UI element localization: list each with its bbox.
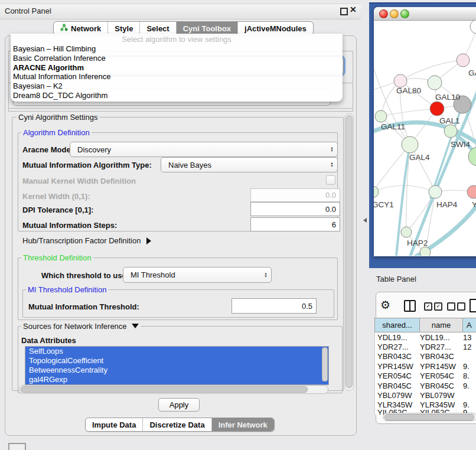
close-traffic-light-icon[interactable] xyxy=(379,9,388,18)
column-header-partial[interactable]: A xyxy=(463,318,476,332)
apply-button[interactable]: Apply xyxy=(158,398,200,412)
mi-steps-label: Mutual Information Steps: xyxy=(22,221,117,230)
node-label: GAL xyxy=(468,69,476,77)
attribute-item-selected[interactable]: SelfLoops xyxy=(25,347,328,356)
column-header-name[interactable]: name xyxy=(420,318,463,332)
algorithm-option[interactable]: Mutual Information Inference xyxy=(12,72,337,81)
tab-network-label: Network xyxy=(71,24,101,33)
mi-steps-input[interactable]: 6 xyxy=(250,217,340,231)
splitter-collapse-icon[interactable] xyxy=(363,218,367,223)
node-label: GAL4 xyxy=(409,153,430,162)
aracne-mode-label: Aracne Mode: xyxy=(22,145,73,154)
hub-definition-expander[interactable]: Hub/Transcription Factor Definition xyxy=(22,236,151,245)
table-row[interactable]: YER054C YER054C 8. xyxy=(375,371,476,381)
network-canvas[interactable]: GAL GAL80 GAL10 GAL1 GAL11 SWI4 GAL4 GCY… xyxy=(374,21,476,256)
screen: Control Panel ✕ Network Style Select Cyn… xyxy=(0,0,476,450)
cyni-settings-group-title: Cyni Algorithm Settings xyxy=(17,113,99,122)
table-horizontal-scrollbar[interactable] xyxy=(383,413,476,421)
table-row[interactable]: YLR345W YLR345W 9. xyxy=(375,400,476,410)
data-attributes-label: Data Attributes xyxy=(21,336,76,345)
close-icon[interactable]: ✕ xyxy=(350,5,357,14)
tab-impute-data[interactable]: Impute Data xyxy=(86,418,142,431)
kernel-width-input[interactable]: 0.0 xyxy=(250,188,340,202)
desktop-background: GAL GAL80 GAL10 GAL1 GAL11 SWI4 GAL4 GCY… xyxy=(369,2,476,268)
tab-infer-network[interactable]: Infer Network xyxy=(211,418,274,431)
attribute-item-selected[interactable]: BetweennessCentrality xyxy=(25,366,328,375)
attribute-item-selected[interactable]: gal4RGexp xyxy=(25,375,328,384)
minimized-panel-icon[interactable] xyxy=(8,443,26,450)
algorithm-option-selected[interactable]: ARACNE Algorithm xyxy=(12,63,337,73)
node-label: GAL11 xyxy=(381,122,405,131)
attribute-item-selected[interactable]: TopologicalCoefficient xyxy=(25,356,328,366)
tab-cyni-toolbox[interactable]: Cyni Toolbox xyxy=(176,22,237,35)
threshold-group-title: Threshold Definition xyxy=(21,253,93,262)
node-label: Y xyxy=(472,200,476,209)
table-row[interactable]: YDR27... YDR27... 12 xyxy=(375,342,476,351)
manual-kernel-label: Manual Kernel Width Definition xyxy=(22,177,136,185)
tab-network[interactable]: Network xyxy=(54,22,107,35)
table-row[interactable]: YBL079W YBL079W xyxy=(375,390,476,400)
document-icon[interactable] xyxy=(470,299,476,312)
combo-stepper-icon: ▲▼ xyxy=(260,272,271,278)
mi-type-label: Mutual Information Algorithm Type: xyxy=(22,161,152,169)
node-label: HAP4 xyxy=(436,200,458,209)
mi-threshold-input[interactable]: 0.5 xyxy=(232,298,317,314)
manual-kernel-checkbox[interactable] xyxy=(326,175,335,185)
node-label: SWI4 xyxy=(451,140,470,149)
checked-pair-icon[interactable]: ✓✓ xyxy=(424,302,442,311)
node-label: GCY1 xyxy=(374,200,394,209)
node-label: HAP2 xyxy=(407,239,428,247)
combo-stepper-icon: ▲▼ xyxy=(327,162,337,168)
expander-right-icon xyxy=(146,237,151,244)
table-row[interactable]: YPR145W YPR145W 9. xyxy=(375,361,476,371)
expander-down-icon xyxy=(132,324,139,328)
network-window-titlebar[interactable] xyxy=(374,7,476,21)
which-threshold-label: Which threshold to use: xyxy=(41,271,129,280)
columns-icon[interactable] xyxy=(404,300,416,312)
gear-icon[interactable]: ⚙ xyxy=(380,298,390,312)
network-icon xyxy=(60,24,68,33)
float-window-icon[interactable] xyxy=(340,8,348,15)
node-attribute-table: shared... name A YDL19... YDL19... 13 YD… xyxy=(374,318,476,415)
unchecked-pair-icon[interactable] xyxy=(447,302,465,311)
tab-jactivemnodules[interactable]: jActiveMNodules xyxy=(237,22,313,35)
table-row[interactable]: YBR045C YBR045C 9. xyxy=(375,381,476,390)
mi-threshold-group-title: MI Threshold Definition xyxy=(26,285,108,294)
algorithm-option[interactable]: Bayesian – K2 xyxy=(12,81,337,91)
sources-expander[interactable]: Sources for Network Inference xyxy=(21,322,141,331)
column-header-shared-name[interactable]: shared... xyxy=(374,318,420,332)
network-window: GAL GAL80 GAL10 GAL1 GAL11 SWI4 GAL4 GCY… xyxy=(374,7,476,256)
aracne-mode-combo[interactable]: Discovery ▲▼ xyxy=(70,142,338,157)
algorithm-option[interactable]: Dream8 DC_TDC Algorithm xyxy=(12,91,337,100)
control-panel-titlebar xyxy=(0,4,361,19)
node-label: GAL1 xyxy=(439,116,460,125)
zoom-traffic-light-icon[interactable] xyxy=(400,9,409,18)
dpi-tolerance-input[interactable]: 0.0 xyxy=(250,202,340,216)
attributes-scrollbar[interactable] xyxy=(322,347,328,381)
mi-type-combo[interactable]: Naive Bayes ▲▼ xyxy=(161,157,338,172)
algorithm-dropdown-list: Bayesian – Hill Climbing Basic Correlati… xyxy=(12,44,337,100)
node-label: GAL10 xyxy=(435,93,460,102)
table-row[interactable]: YDL19... YDL19... 13 xyxy=(375,332,476,342)
tab-select[interactable]: Select xyxy=(139,22,175,35)
minimize-traffic-light-icon[interactable] xyxy=(390,9,399,18)
tab-style[interactable]: Style xyxy=(107,22,139,35)
which-threshold-combo[interactable]: MI Threshold ▲▼ xyxy=(123,267,272,283)
settings-horizontal-scrollbar[interactable] xyxy=(19,385,328,394)
table-panel-title: Table Panel xyxy=(376,275,416,283)
table-row[interactable]: YBR043C YBR043C xyxy=(375,352,476,361)
table-header-row: shared... name A xyxy=(374,318,476,332)
combo-stepper-icon: ▲▼ xyxy=(327,146,337,152)
control-panel-title: Control Panel xyxy=(5,6,51,15)
dpi-tolerance-label: DPI Tolerance [0,1]: xyxy=(22,206,93,214)
algorithm-definition-title: Algorithm Definition xyxy=(21,128,92,137)
tab-discretize-data[interactable]: Discretize Data xyxy=(142,418,211,431)
kernel-width-label: Kernel Width (0,1): xyxy=(22,192,90,201)
algorithm-dropdown-popup: Select algorithm to view settings Bayesi… xyxy=(11,34,343,102)
node-label: GAL80 xyxy=(396,86,421,95)
data-attributes-list[interactable]: SelfLoops TopologicalCoefficient Between… xyxy=(25,346,329,385)
settings-vertical-scrollbar[interactable] xyxy=(344,113,354,391)
algorithm-option[interactable]: Bayesian – Hill Climbing xyxy=(12,44,337,54)
algorithm-option[interactable]: Basic Correlation Inference xyxy=(12,54,337,63)
cyni-bottom-tabs: Impute Data Discretize Data Infer Networ… xyxy=(85,418,275,432)
